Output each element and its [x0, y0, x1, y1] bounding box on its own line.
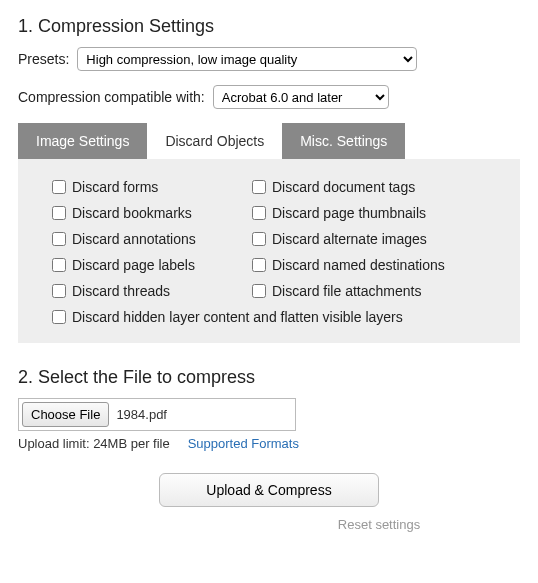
label-discard-bookmarks: Discard bookmarks: [72, 205, 192, 221]
checkbox-discard-alt-images[interactable]: [252, 232, 266, 246]
opt-discard-thumbnails[interactable]: Discard page thumbnails: [252, 205, 502, 221]
supported-formats-link[interactable]: Supported Formats: [188, 436, 299, 451]
upload-compress-button[interactable]: Upload & Compress: [159, 473, 379, 507]
compat-select[interactable]: Acrobat 6.0 and later: [213, 85, 389, 109]
presets-row: Presets: High compression, low image qua…: [18, 47, 520, 71]
checkbox-discard-thumbnails[interactable]: [252, 206, 266, 220]
discard-options-grid: Discard forms Discard document tags Disc…: [52, 179, 502, 325]
opt-discard-threads[interactable]: Discard threads: [52, 283, 246, 299]
compat-label: Compression compatible with:: [18, 89, 205, 105]
tab-misc-settings[interactable]: Misc. Settings: [282, 123, 405, 159]
label-discard-annotations: Discard annotations: [72, 231, 196, 247]
label-discard-page-labels: Discard page labels: [72, 257, 195, 273]
label-discard-named-dest: Discard named destinations: [272, 257, 445, 273]
opt-discard-named-dest[interactable]: Discard named destinations: [252, 257, 502, 273]
label-discard-attachments: Discard file attachments: [272, 283, 421, 299]
chosen-file-name: 1984.pdf: [112, 399, 295, 430]
opt-discard-attachments[interactable]: Discard file attachments: [252, 283, 502, 299]
opt-discard-hidden-layers[interactable]: Discard hidden layer content and flatten…: [52, 309, 502, 325]
opt-discard-page-labels[interactable]: Discard page labels: [52, 257, 246, 273]
discard-objects-panel: Discard forms Discard document tags Disc…: [18, 159, 520, 343]
checkbox-discard-bookmarks[interactable]: [52, 206, 66, 220]
label-discard-doc-tags: Discard document tags: [272, 179, 415, 195]
reset-settings-link[interactable]: Reset settings: [238, 517, 520, 532]
upload-limit-row: Upload limit: 24MB per file Supported Fo…: [18, 435, 520, 451]
compat-row: Compression compatible with: Acrobat 6.0…: [18, 85, 520, 109]
opt-discard-bookmarks[interactable]: Discard bookmarks: [52, 205, 246, 221]
upload-limit-text: Upload limit: 24MB per file: [18, 436, 170, 451]
checkbox-discard-hidden-layers[interactable]: [52, 310, 66, 324]
presets-select[interactable]: High compression, low image quality: [77, 47, 417, 71]
opt-discard-alt-images[interactable]: Discard alternate images: [252, 231, 502, 247]
opt-discard-forms[interactable]: Discard forms: [52, 179, 246, 195]
label-discard-threads: Discard threads: [72, 283, 170, 299]
tab-discard-objects[interactable]: Discard Objects: [147, 123, 282, 159]
tabs: Image Settings Discard Objects Misc. Set…: [18, 123, 520, 159]
section2-title: 2. Select the File to compress: [18, 367, 520, 388]
tab-image-settings[interactable]: Image Settings: [18, 123, 147, 159]
section1-title: 1. Compression Settings: [18, 16, 520, 37]
checkbox-discard-named-dest[interactable]: [252, 258, 266, 272]
opt-discard-doc-tags[interactable]: Discard document tags: [252, 179, 502, 195]
label-discard-hidden-layers: Discard hidden layer content and flatten…: [72, 309, 403, 325]
checkbox-discard-threads[interactable]: [52, 284, 66, 298]
actions: Upload & Compress Reset settings: [18, 473, 520, 532]
label-discard-alt-images: Discard alternate images: [272, 231, 427, 247]
label-discard-forms: Discard forms: [72, 179, 158, 195]
presets-label: Presets:: [18, 51, 69, 67]
checkbox-discard-doc-tags[interactable]: [252, 180, 266, 194]
file-chooser: Choose File 1984.pdf: [18, 398, 296, 431]
checkbox-discard-page-labels[interactable]: [52, 258, 66, 272]
checkbox-discard-attachments[interactable]: [252, 284, 266, 298]
opt-discard-annotations[interactable]: Discard annotations: [52, 231, 246, 247]
label-discard-thumbnails: Discard page thumbnails: [272, 205, 426, 221]
checkbox-discard-forms[interactable]: [52, 180, 66, 194]
checkbox-discard-annotations[interactable]: [52, 232, 66, 246]
choose-file-button[interactable]: Choose File: [22, 402, 109, 427]
